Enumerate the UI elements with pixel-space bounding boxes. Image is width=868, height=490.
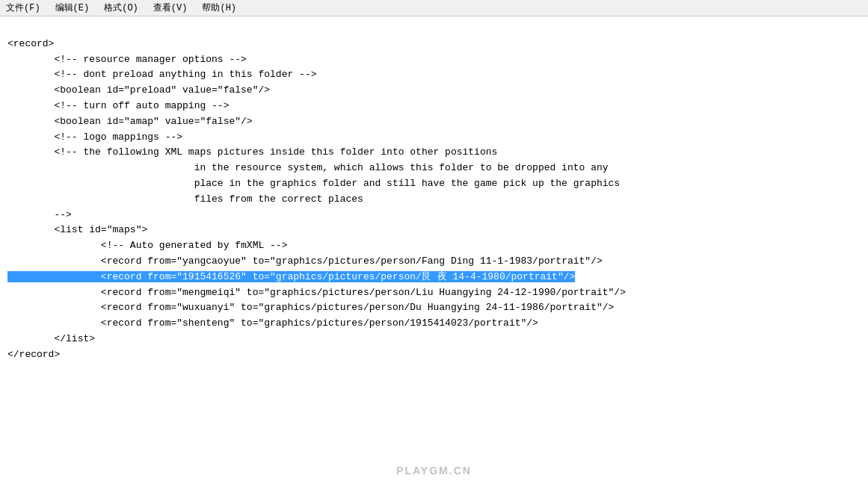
code-line: in the resource system, which allows thi…	[7, 161, 861, 176]
code-line: <!-- turn off auto mapping -->	[7, 99, 861, 114]
menu-item[interactable]: 查看(V)	[150, 0, 191, 16]
code-line: <!-- dont preload anything in this folde…	[7, 67, 861, 83]
code-line: <!-- resource manager options -->	[7, 52, 861, 68]
highlighted-line: <record from="1915416526" to="graphics/p…	[7, 271, 575, 282]
code-line: <record from="wuxuanyi" to="graphics/pic…	[7, 300, 861, 316]
code-line: place in the graphics folder and still h…	[7, 176, 861, 192]
code-line: -->	[7, 208, 861, 223]
menu-item[interactable]: 帮助(H)	[199, 0, 239, 16]
watermark: PLAYGM.CN	[396, 465, 472, 477]
code-line: <record from="yangcaoyue" to="graphics/p…	[7, 254, 861, 270]
menu-item[interactable]: 格式(O)	[101, 0, 141, 16]
code-line: </list>	[7, 332, 861, 347]
code-line: <!-- Auto generated by fmXML -->	[7, 238, 861, 254]
code-line: <boolean id="amap" value="false"/>	[7, 114, 861, 130]
code-line: <boolean id="preload" value="false"/>	[7, 83, 861, 99]
code-line: <list id="maps">	[7, 223, 861, 238]
code-line: <record from="mengmeiqi" to="graphics/pi…	[7, 285, 861, 301]
menu-item[interactable]: 文件(F)	[3, 0, 43, 16]
code-line: </record>	[7, 347, 861, 363]
code-line: <record from="1915416526" to="graphics/p…	[7, 270, 861, 285]
menu-bar: 文件(F)编辑(E)格式(O)查看(V)帮助(H)	[0, 0, 868, 16]
code-line: files from the correct places	[7, 192, 861, 208]
code-line: <record>	[7, 37, 861, 52]
code-line: <record from="shenteng" to="graphics/pic…	[7, 316, 861, 332]
code-line: <!-- the following XML maps pictures ins…	[7, 145, 861, 161]
code-line: <!-- logo mappings -->	[7, 130, 861, 146]
code-content: <record> <!-- resource manager options -…	[0, 16, 868, 368]
menu-item[interactable]: 编辑(E)	[52, 0, 93, 16]
